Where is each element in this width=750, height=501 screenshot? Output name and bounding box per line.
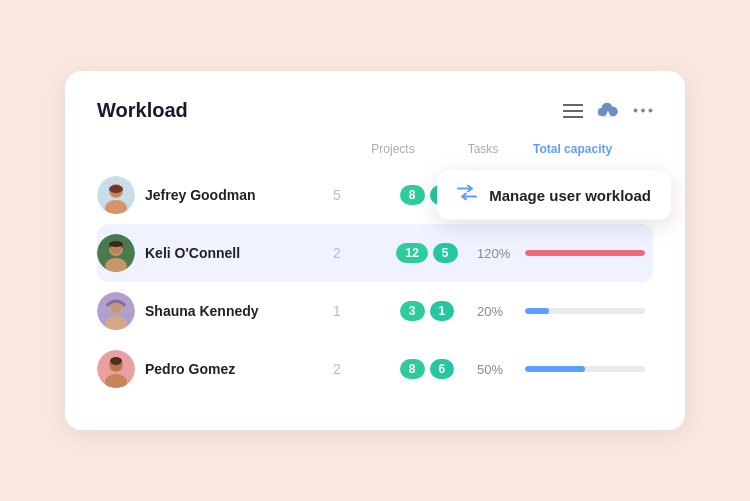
capacity-percent: 120% [477, 246, 515, 261]
manage-workload-tooltip[interactable]: Manage user workload [437, 171, 671, 220]
user-name: Shauna Kennedy [145, 303, 259, 319]
more-options-icon[interactable] [633, 108, 653, 113]
projects-count: 5 [297, 187, 377, 203]
cloud-icon[interactable] [597, 102, 619, 120]
avatar [97, 292, 135, 330]
workload-card: Workload [65, 71, 685, 430]
progress-bar-fill [525, 308, 549, 314]
table-row: Jefrey Goodman 5 8 2 Manage user workloa… [97, 166, 653, 224]
progress-bar-fill [525, 250, 645, 256]
table-row: Pedro Gomez 2 8 6 50% [97, 340, 653, 398]
table-row: Keli O'Connell 2 12 5 120% [97, 224, 653, 282]
tasks-badge-secondary: 1 [430, 301, 455, 321]
avatar [97, 176, 135, 214]
tasks-badge-primary: 3 [400, 301, 425, 321]
svg-point-6 [641, 109, 645, 113]
card-header: Workload [97, 99, 653, 122]
user-name: Pedro Gomez [145, 361, 235, 377]
card-title: Workload [97, 99, 188, 122]
filter-icon[interactable] [563, 103, 583, 119]
tasks-cell: 12 5 [377, 243, 477, 263]
user-cell: Keli O'Connell [97, 234, 297, 272]
capacity-percent: 20% [477, 304, 515, 319]
user-name: Keli O'Connell [145, 245, 240, 261]
svg-point-17 [109, 241, 123, 247]
projects-count: 2 [297, 361, 377, 377]
progress-bar-fill [525, 366, 585, 372]
col-capacity-label: Total capacity [533, 142, 653, 156]
svg-point-7 [649, 109, 653, 113]
col-name [153, 142, 353, 156]
svg-point-26 [110, 357, 122, 365]
swap-icon [457, 185, 477, 206]
projects-count: 2 [297, 245, 377, 261]
user-name: Jefrey Goodman [145, 187, 255, 203]
table-header: Projects Tasks Total capacity [97, 142, 653, 166]
table-row: Shauna Kennedy 1 3 1 20% [97, 282, 653, 340]
avatar [97, 350, 135, 388]
capacity-percent: 50% [477, 362, 515, 377]
col-tasks-label: Tasks [433, 142, 533, 156]
tasks-cell: 3 1 [377, 301, 477, 321]
user-cell: Pedro Gomez [97, 350, 297, 388]
progress-bar-bg [525, 308, 645, 314]
capacity-cell: 120% [477, 246, 653, 261]
col-projects-label: Projects [353, 142, 433, 156]
tasks-badge-secondary: 6 [430, 359, 455, 379]
svg-point-12 [109, 185, 123, 193]
capacity-cell: 20% [477, 304, 653, 319]
tasks-badge-primary: 8 [400, 185, 425, 205]
user-cell: Shauna Kennedy [97, 292, 297, 330]
progress-bar-bg [525, 366, 645, 372]
tasks-cell: 8 6 [377, 359, 477, 379]
user-cell: Jefrey Goodman [97, 176, 297, 214]
capacity-cell: 50% [477, 362, 653, 377]
header-actions [563, 102, 653, 120]
avatar [97, 234, 135, 272]
tasks-badge-primary: 8 [400, 359, 425, 379]
progress-bar-bg [525, 250, 645, 256]
tooltip-text: Manage user workload [489, 187, 651, 204]
tasks-badge-primary: 12 [396, 243, 427, 263]
tasks-badge-secondary: 5 [433, 243, 458, 263]
svg-point-5 [634, 109, 638, 113]
projects-count: 1 [297, 303, 377, 319]
